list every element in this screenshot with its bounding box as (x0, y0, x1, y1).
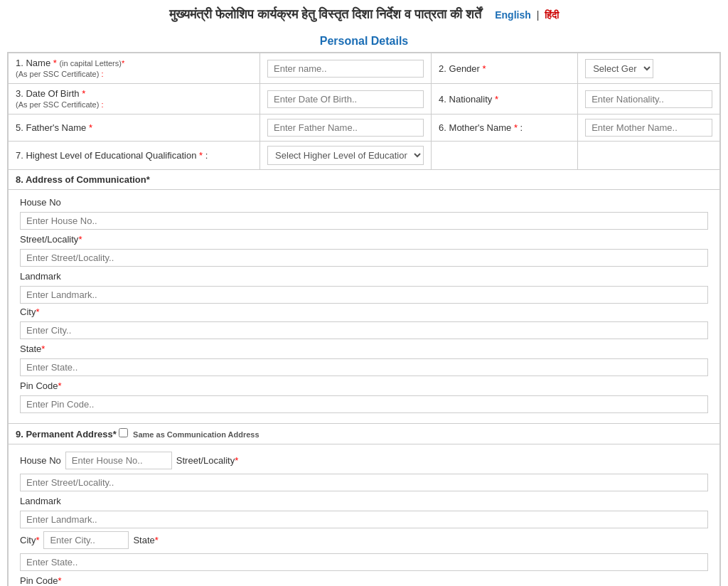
comm-addr-row2: City* State* Pin Code* (20, 307, 708, 413)
perm-state-label: State* (133, 535, 158, 545)
perm-address-block: House No Street/Locality* Landmark City*… (16, 449, 712, 586)
row-name-gender: 1. Name * (in capital Letters)* (As per … (9, 53, 720, 84)
perm-landmark-input[interactable] (20, 511, 708, 528)
language-switcher[interactable]: English | हिंदी (495, 9, 559, 21)
state-label: State* (20, 343, 45, 354)
same-as-checkbox[interactable] (119, 428, 128, 437)
form-container: 1. Name * (in capital Letters)* (As per … (7, 52, 721, 586)
comm-street-input[interactable] (20, 249, 708, 267)
perm-pincode-label: Pin Code* (20, 575, 62, 586)
house-no-label: House No (20, 197, 61, 208)
dob-sub: (As per SSC Certificate) : (16, 100, 103, 109)
gender-field-cell[interactable]: Select Ger Male Female Other (578, 53, 720, 84)
landmark-label: Landmark (20, 271, 61, 282)
name-label: 1. Name (16, 58, 50, 68)
mother-label: 6. Mother's Name (439, 122, 511, 133)
comm-addr-row1: House No Street/Locality* Landmark (20, 197, 708, 304)
street-label: Street/Locality* (20, 234, 82, 245)
row-perm-address: House No Street/Locality* Landmark City*… (9, 444, 720, 587)
dob-label-cell: 3. Date Of Birth * (As per SSC Certifica… (9, 84, 260, 114)
perm-street-label: Street/Locality* (176, 455, 238, 466)
same-as-label: Same as Communication Address (133, 430, 259, 439)
row-dob-nationality: 3. Date Of Birth * (As per SSC Certifica… (9, 84, 720, 114)
name-field-cell[interactable] (260, 53, 432, 84)
mother-label-cell: 6. Mother's Name * : (432, 114, 578, 142)
nationality-label-cell: 4. Nationality * (432, 84, 578, 114)
perm-city-input[interactable] (43, 531, 129, 549)
gender-label: 2. Gender (439, 63, 480, 74)
father-field-cell[interactable] (260, 114, 432, 142)
name-label-cell: 1. Name * (in capital Letters)* (As per … (9, 53, 260, 84)
pincode-label: Pin Code* (20, 380, 62, 391)
dob-label: 3. Date Of Birth (16, 88, 80, 99)
lang-separator: | (537, 9, 540, 21)
perm-address-header: 9. Permanent Address* Same as Communicat… (9, 424, 720, 444)
city-label: City* (20, 307, 39, 317)
row-father-mother: 5. Father's Name * 6. Mother's Name * : (9, 114, 720, 142)
comm-address-block: House No Street/Locality* Landmark City*… (16, 194, 712, 419)
gender-select[interactable]: Select Ger Male Female Other (585, 59, 653, 78)
address-comm-header: 8. Address of Communication* (9, 170, 720, 190)
page-title-hindi: मुख्यमंत्री फेलोशिप कार्यक्रम हेतु विस्त… (169, 7, 481, 21)
row-perm-address-header: 9. Permanent Address* Same as Communicat… (9, 424, 720, 444)
perm-addr-row2: City* State* Pin Code* (20, 531, 708, 586)
personal-details-table: 1. Name * (in capital Letters)* (As per … (8, 53, 720, 586)
row-education: 7. Highest Level of Educational Qualific… (9, 142, 720, 170)
nationality-label: 4. Nationality (439, 94, 492, 105)
perm-landmark-label: Landmark (20, 496, 61, 506)
comm-city-input[interactable] (20, 321, 708, 339)
comm-address-cell: House No Street/Locality* Landmark City*… (9, 190, 720, 424)
father-label-cell: 5. Father's Name * (9, 114, 260, 142)
perm-city-label: City* (20, 535, 39, 545)
nationality-input[interactable] (585, 90, 712, 108)
father-label: 5. Father's Name (16, 122, 86, 133)
row-address-comm-header: 8. Address of Communication* (9, 170, 720, 190)
perm-address-cell: House No Street/Locality* Landmark City*… (9, 444, 720, 587)
header-banner: मुख्यमंत्री फेलोशिप कार्यक्रम हेतु विस्त… (0, 0, 728, 29)
gender-label-cell: 2. Gender * (432, 53, 578, 84)
education-label-cell: 7. Highest Level of Educational Qualific… (9, 142, 260, 170)
perm-house-input[interactable] (65, 452, 172, 469)
dob-input[interactable] (267, 90, 424, 108)
perm-state-input[interactable] (20, 553, 708, 571)
perm-street-input[interactable] (20, 474, 708, 491)
name-sub2: (As per SSC Certificate) : (16, 70, 103, 78)
name-input[interactable] (267, 60, 424, 78)
name-sub: (in capital Letters)* (59, 59, 124, 68)
mother-field-cell[interactable] (578, 114, 720, 142)
education-field-cell[interactable]: Select Higher Level of Education 10th 12… (260, 142, 432, 170)
comm-pincode-input[interactable] (20, 395, 708, 413)
lang-english-link[interactable]: English (495, 9, 531, 21)
row-comm-address: House No Street/Locality* Landmark City*… (9, 190, 720, 424)
father-input[interactable] (267, 119, 424, 137)
perm-house-no-label: House No (20, 455, 61, 466)
nationality-field-cell[interactable] (578, 84, 720, 114)
education-label: 7. Highest Level of Educational Qualific… (16, 150, 196, 161)
education-select[interactable]: Select Higher Level of Education 10th 12… (267, 146, 424, 165)
comm-house-input[interactable] (20, 212, 708, 230)
dob-field-cell[interactable] (260, 84, 432, 114)
comm-state-input[interactable] (20, 358, 708, 376)
section-title: Personal Details (0, 29, 728, 52)
perm-addr-row1: House No Street/Locality* Landmark (20, 452, 708, 528)
comm-landmark-input[interactable] (20, 286, 708, 304)
lang-hindi-link[interactable]: हिंदी (545, 9, 559, 21)
mother-input[interactable] (585, 119, 712, 137)
